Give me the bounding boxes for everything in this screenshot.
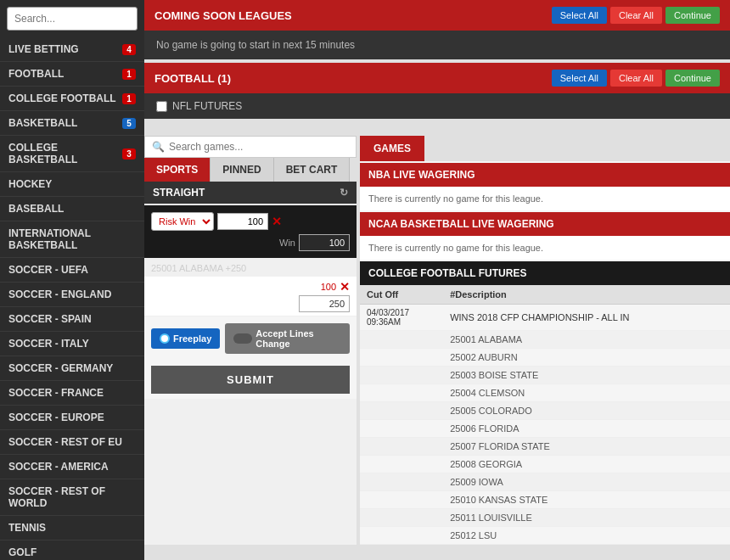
sidebar-item-badge: 3 [122,148,136,160]
games-panel: GAMES NBA LIVE WAGERING There is current… [360,136,730,545]
coming-soon-buttons: Select All Clear All Continue [552,7,720,24]
sidebar-item-soccer---uefa[interactable]: SOCCER - UEFA [0,258,144,283]
second-bet-inputs: 100 ✕ [151,280,350,294]
sidebar-item-label: SOCCER - FRANCE [8,387,104,399]
team-empty-cell [360,473,443,491]
sidebar-item-badge: 4 [122,44,136,55]
sidebar-item-football[interactable]: FOOTBALL1 [0,62,144,87]
sidebar-item-label: SOCCER - AMERICA [8,461,109,473]
team-name: 25010 KANSAS STATE [443,491,730,509]
bet-slip-tabs: SPORTS PINNED BET CART [144,158,357,182]
coming-soon-select-all[interactable]: Select All [552,7,607,24]
coming-soon-title: COMING SOON LEAGUES [154,9,292,22]
sidebar-item-label: SOCCER - REST OF WORLD [8,485,136,509]
team-empty-cell [360,367,443,384]
sidebar-item-label: FOOTBALL [8,68,64,80]
team-empty-cell [360,349,443,367]
team-empty-cell [360,420,443,438]
table-row[interactable]: 25003 BOISE STATE [360,367,730,384]
col-cutoff: Cut Off [360,285,443,305]
team-name: 25005 COLORADO [443,402,730,420]
sidebar-item-soccer---spain[interactable]: SOCCER - SPAIN [0,307,144,332]
sidebar-item-golf[interactable]: GOLF [0,540,144,560]
table-row[interactable]: 25002 AUBURN [360,349,730,367]
futures-desc: WINS 2018 CFP CHAMPIONSHIP - ALL IN [443,305,730,331]
sidebar-item-label: SOCCER - ITALY [8,338,89,350]
win-input[interactable] [299,234,350,251]
football-select-all[interactable]: Select All [552,70,607,87]
team-name: 25007 FLORIDA STATE [443,438,730,456]
team-name: 25002 AUBURN [443,349,730,367]
sidebar-item-label: GOLF [8,546,36,558]
second-amount: 100 [321,282,336,292]
team-name: 25004 CLEMSON [443,384,730,402]
coming-soon-clear[interactable]: Clear All [610,7,662,24]
team-empty-cell [360,509,443,527]
sidebar-item-label: COLLEGE FOOTBALL [8,92,116,104]
sidebar-item-soccer---france[interactable]: SOCCER - FRANCE [0,381,144,406]
team-name: 25012 LSU [443,527,730,545]
coming-soon-continue[interactable]: Continue [665,7,720,24]
table-row[interactable]: 25008 GEORGIA [360,456,730,473]
sidebar-item-label: SOCCER - GERMANY [8,362,113,374]
sidebar-item-international-basketball[interactable]: INTERNATIONAL BASKETBALL [0,221,144,258]
accept-lines-button[interactable]: Accept Lines Change [225,323,350,354]
sidebar-item-soccer---rest-of-eu[interactable]: SOCCER - REST OF EU [0,430,144,455]
sidebar-item-soccer---europe[interactable]: SOCCER - EUROPE [0,406,144,430]
table-row[interactable]: 25009 IOWA [360,473,730,491]
sidebar-item-soccer---italy[interactable]: SOCCER - ITALY [0,332,144,356]
sidebar-item-college-basketball[interactable]: COLLEGE BASKETBALL3 [0,136,144,172]
sidebar-item-soccer---rest-of-world[interactable]: SOCCER - REST OF WORLD [0,479,144,516]
submit-button[interactable]: SUBMIT [151,366,350,394]
table-row[interactable]: 25001 ALABAMA [360,331,730,349]
sidebar-item-college-football[interactable]: COLLEGE FOOTBALL1 [0,87,144,111]
sidebar-search-container [0,0,144,37]
sidebar-item-tennis[interactable]: TENNIS [0,516,144,540]
table-row[interactable]: 25004 CLEMSON [360,384,730,402]
tab-pinned[interactable]: PINNED [211,158,273,182]
table-row[interactable]: 25005 COLORADO [360,402,730,420]
nfl-label: NFL FUTURES [172,100,242,112]
remove-bet-button[interactable]: ✕ [272,215,282,228]
coming-soon-message: No game is going to start in next 15 min… [156,39,355,51]
bet-description: 25001 ALABAMA +250 [144,260,357,277]
sidebar-item-live-betting[interactable]: LIVE BETTING4 [0,37,144,62]
sidebar-item-label: TENNIS [8,522,46,534]
tab-bet-cart[interactable]: BET CART [274,158,351,182]
table-row[interactable]: 25011 LOUISVILLE [360,509,730,527]
sidebar-search-input[interactable] [7,7,138,31]
coming-soon-body: No game is going to start in next 15 min… [144,31,730,59]
sidebar-item-label: COLLEGE BASKETBALL [8,142,122,165]
futures-header: COLLEGE FOOTBALL FUTURES [360,261,730,285]
sidebar-item-soccer---america[interactable]: SOCCER - AMERICA [0,455,144,479]
sidebar-item-label: INTERNATIONAL BASKETBALL [8,227,136,251]
remove-second-bet[interactable]: ✕ [340,280,350,294]
sidebar-item-baseball[interactable]: BASEBALL [0,197,144,221]
table-row[interactable]: 25006 FLORIDA [360,420,730,438]
freeplay-button[interactable]: Freeplay [151,328,220,349]
toggle-icon [233,333,252,344]
nfl-row: NFL FUTURES [144,93,730,119]
bet-row-1-inner: Risk Win ✕ [151,212,350,231]
sidebar-item-label: SOCCER - ENGLAND [8,288,111,300]
refresh-icon[interactable]: ↻ [340,187,348,199]
table-row[interactable]: 25012 LSU [360,527,730,545]
sidebar-item-basketball[interactable]: BASKETBALL5 [0,111,144,136]
bet-type-select[interactable]: Risk Win [151,212,214,231]
football-continue[interactable]: Continue [665,70,720,87]
second-total-input[interactable] [299,295,350,312]
football-clear[interactable]: Clear All [610,70,662,87]
coming-soon-panel: COMING SOON LEAGUES Select All Clear All… [144,0,730,59]
table-row[interactable]: 25007 FLORIDA STATE [360,438,730,456]
freeplay-circle-icon [160,333,170,344]
sidebar-item-soccer---germany[interactable]: SOCCER - GERMANY [0,356,144,381]
tab-sports[interactable]: SPORTS [144,158,211,182]
nfl-checkbox[interactable] [156,101,167,112]
bet-amount-input[interactable] [217,213,268,230]
tab-games[interactable]: GAMES [360,136,424,161]
games-search-input[interactable] [169,141,349,153]
table-row[interactable]: 25010 KANSAS STATE [360,491,730,509]
sidebar-item-hockey[interactable]: HOCKEY [0,172,144,197]
sidebar-item-soccer---england[interactable]: SOCCER - ENGLAND [0,283,144,307]
accept-lines-label: Accept Lines Change [256,328,341,349]
